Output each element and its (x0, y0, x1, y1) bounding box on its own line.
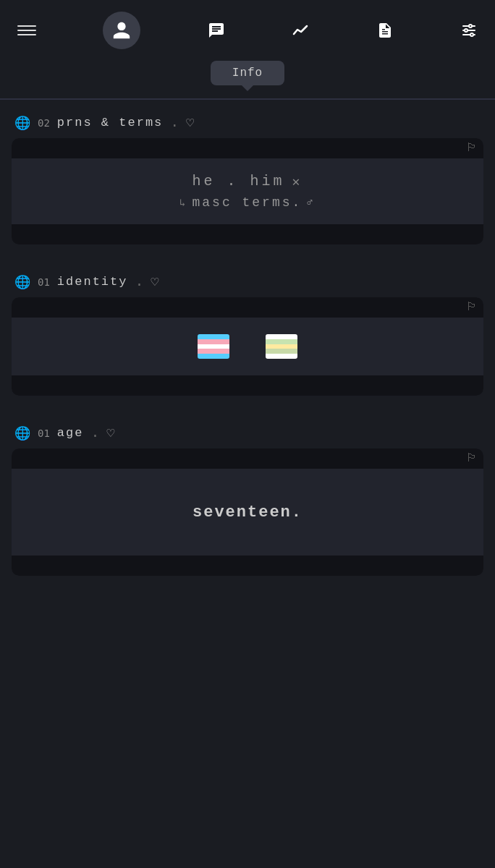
pronouns-terms-title: prns & terms (57, 116, 163, 129)
globe-icon-2: 🌐 (14, 274, 30, 290)
card-top-bar-3: 🏳 (12, 448, 483, 469)
heart-icon-age[interactable]: ♡ (106, 425, 114, 441)
demi-flag (266, 334, 297, 359)
identity-content (12, 318, 483, 375)
flag-icon-3: 🏳 (466, 451, 478, 465)
flag-icon-2: 🏳 (466, 300, 478, 314)
card-top-bar-2: 🏳 (12, 297, 483, 318)
age-content: seventeen. (12, 469, 483, 556)
info-tab[interactable]: Info (211, 61, 284, 85)
sliders-tab-button[interactable] (460, 22, 478, 39)
svg-point-5 (470, 33, 473, 36)
chat-icon (208, 22, 225, 39)
card-bottom-bar-3 (12, 556, 483, 576)
age-header: 🌐 01 age . ♡ (12, 425, 483, 441)
trans-flag-stripe-3 (198, 344, 229, 349)
pronouns-terms-section: 🌐 02 prns & terms . ♡ 🏳 he . him ✕ ↳ mas… (0, 100, 495, 259)
chart-icon (292, 22, 309, 39)
card-bottom-bar-2 (12, 375, 483, 396)
pronouns-text: he . him (192, 173, 285, 190)
demi-flag-stripe-2 (266, 339, 297, 344)
info-tab-label: Info (232, 67, 263, 80)
document-tab-button[interactable] (376, 22, 394, 39)
trans-flag-stripe-5 (198, 354, 229, 359)
top-nav (0, 0, 495, 61)
pronouns-terms-content: he . him ✕ ↳ masc terms. ♂ (12, 158, 483, 224)
hamburger-icon (17, 25, 36, 35)
svg-point-4 (465, 29, 468, 32)
identity-section: 🌐 01 identity . ♡ 🏳 (0, 259, 495, 410)
chart-tab-button[interactable] (292, 22, 309, 39)
identity-dot: . (135, 273, 143, 290)
age-title: age (57, 426, 84, 440)
age-card: 🏳 seventeen. (12, 448, 483, 576)
menu-button[interactable] (17, 25, 36, 35)
heart-icon-pronouns[interactable]: ♡ (186, 115, 194, 131)
person-tab-button[interactable] (103, 12, 140, 49)
identity-flags (198, 334, 297, 359)
pronouns-terms-number: 02 (38, 117, 50, 129)
globe-icon: 🌐 (14, 115, 30, 131)
trans-flag-stripe-1 (198, 334, 229, 339)
demi-flag-stripe-5 (266, 354, 297, 359)
male-symbol: ♂ (306, 196, 316, 209)
heart-icon-identity[interactable]: ♡ (151, 274, 159, 290)
trans-flag-stripe-2 (198, 339, 229, 344)
pronouns-terms-dot: . (170, 114, 179, 131)
age-value: seventeen. (192, 503, 302, 522)
person-icon (111, 20, 132, 41)
pronouns-line1: he . him ✕ (192, 173, 303, 190)
sliders-icon (460, 22, 478, 39)
trans-flag (198, 334, 229, 359)
document-icon (376, 22, 394, 39)
chat-tab-button[interactable] (208, 22, 225, 39)
trans-flag-stripe-4 (198, 349, 229, 354)
age-dot: . (90, 425, 99, 441)
age-number: 01 (38, 427, 50, 439)
identity-card: 🏳 (12, 297, 483, 396)
identity-header: 🌐 01 identity . ♡ (12, 273, 483, 290)
masc-terms-text: masc terms. (192, 195, 302, 210)
demi-flag-stripe-4 (266, 349, 297, 354)
flag-icon-1: 🏳 (466, 141, 478, 155)
demi-flag-stripe-1 (266, 334, 297, 339)
pronouns-line2: ↳ masc terms. ♂ (179, 195, 316, 210)
pronouns-terms-card: 🏳 he . him ✕ ↳ masc terms. ♂ (12, 138, 483, 244)
card-top-bar-1: 🏳 (12, 138, 483, 158)
x-icon: ✕ (292, 174, 303, 190)
age-section: 🌐 01 age . ♡ 🏳 seventeen. (0, 410, 495, 590)
globe-icon-3: 🌐 (14, 425, 30, 441)
pronouns-terms-header: 🌐 02 prns & terms . ♡ (12, 114, 483, 131)
identity-number: 01 (38, 276, 50, 288)
card-bottom-bar-1 (12, 224, 483, 244)
identity-title: identity (57, 275, 128, 289)
info-tab-container: Info (0, 61, 495, 91)
curve-symbol: ↳ (179, 197, 187, 209)
demi-flag-stripe-3 (266, 344, 297, 349)
svg-point-3 (469, 25, 472, 27)
